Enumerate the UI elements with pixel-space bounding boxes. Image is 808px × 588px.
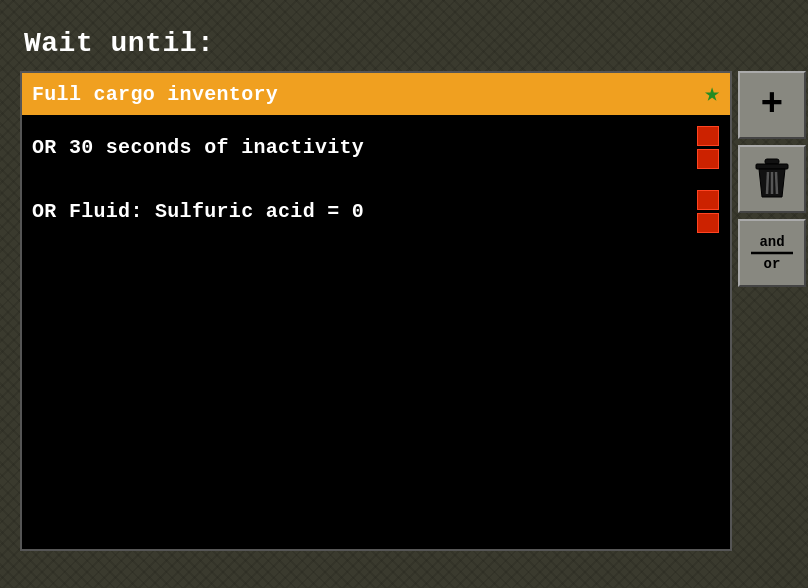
condition-text-fluid: OR Fluid: Sulfuric acid = 0 bbox=[32, 200, 364, 223]
red-icon-fluid bbox=[696, 187, 720, 235]
dialog-title: Wait until: bbox=[20, 20, 808, 71]
plus-icon: + bbox=[761, 86, 784, 124]
or-label: or bbox=[764, 255, 781, 273]
conditions-panel: Full cargo inventory ★ OR 30 seconds of … bbox=[20, 71, 732, 551]
add-button[interactable]: + bbox=[738, 71, 806, 139]
main-area: Full cargo inventory ★ OR 30 seconds of … bbox=[20, 71, 808, 551]
delete-button[interactable] bbox=[738, 145, 806, 213]
star-icon: ★ bbox=[704, 81, 720, 107]
and-label: and bbox=[759, 233, 784, 251]
condition-text-full-cargo: Full cargo inventory bbox=[32, 83, 278, 106]
red-icon-inactivity bbox=[696, 123, 720, 171]
svg-rect-0 bbox=[765, 159, 779, 164]
svg-line-4 bbox=[776, 172, 777, 194]
trash-icon bbox=[752, 157, 792, 201]
condition-text-inactivity: OR 30 seconds of inactivity bbox=[32, 136, 364, 159]
condition-row-full-cargo[interactable]: Full cargo inventory ★ bbox=[22, 73, 730, 115]
dialog-container: Wait until: Full cargo inventory ★ OR 30… bbox=[20, 20, 808, 551]
and-or-button[interactable]: and or bbox=[738, 219, 806, 287]
condition-row-fluid[interactable]: OR Fluid: Sulfuric acid = 0 bbox=[22, 179, 730, 243]
svg-rect-1 bbox=[756, 164, 788, 169]
svg-line-2 bbox=[767, 172, 768, 194]
condition-row-inactivity[interactable]: OR 30 seconds of inactivity bbox=[22, 115, 730, 179]
side-buttons: + and bbox=[738, 71, 808, 287]
